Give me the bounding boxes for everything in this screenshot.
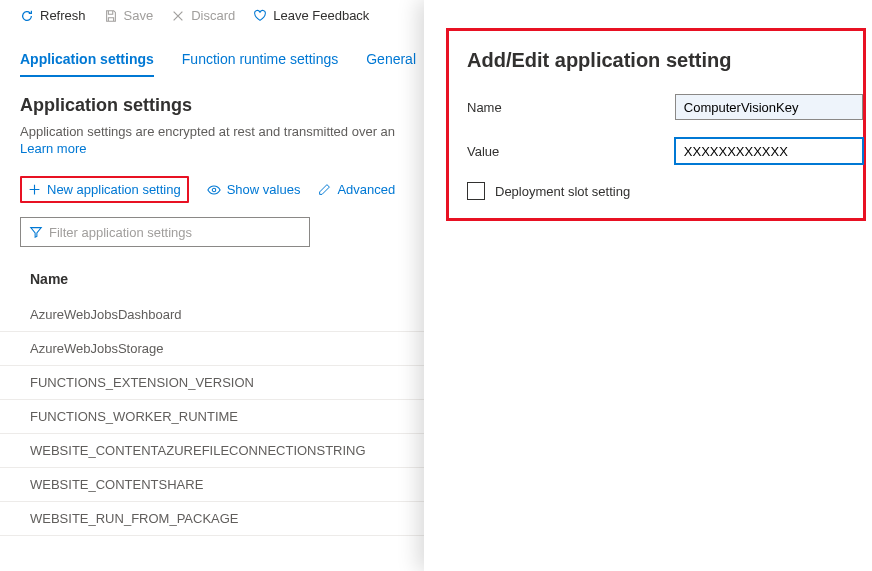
value-field-row: Value xyxy=(467,138,863,164)
tab-application-settings[interactable]: Application settings xyxy=(20,51,154,77)
refresh-icon xyxy=(20,9,34,23)
name-label: Name xyxy=(467,100,675,115)
show-values-label: Show values xyxy=(227,182,301,197)
deployment-slot-label: Deployment slot setting xyxy=(495,184,630,199)
plus-icon xyxy=(28,183,41,196)
panel-title: Add/Edit application setting xyxy=(467,49,863,72)
deployment-slot-row[interactable]: Deployment slot setting xyxy=(467,182,863,200)
refresh-button[interactable]: Refresh xyxy=(20,8,86,23)
new-application-setting-button[interactable]: New application setting xyxy=(28,182,181,197)
name-input[interactable] xyxy=(675,94,863,120)
advanced-edit-button[interactable]: Advanced xyxy=(318,182,395,197)
save-icon xyxy=(104,9,118,23)
eye-icon xyxy=(207,183,221,197)
show-values-button[interactable]: Show values xyxy=(207,182,301,197)
save-label: Save xyxy=(124,8,154,23)
feedback-label: Leave Feedback xyxy=(273,8,369,23)
value-label: Value xyxy=(467,144,675,159)
discard-icon xyxy=(171,9,185,23)
heart-icon xyxy=(253,9,267,23)
advanced-label: Advanced xyxy=(337,182,395,197)
add-edit-panel: Add/Edit application setting Name Value … xyxy=(424,0,872,571)
save-button[interactable]: Save xyxy=(104,8,154,23)
svg-point-0 xyxy=(212,188,216,192)
refresh-label: Refresh xyxy=(40,8,86,23)
highlight-panel: Add/Edit application setting Name Value … xyxy=(446,28,866,221)
deployment-slot-checkbox[interactable] xyxy=(467,182,485,200)
filter-input-wrapper[interactable] xyxy=(20,217,310,247)
discard-label: Discard xyxy=(191,8,235,23)
tab-function-runtime[interactable]: Function runtime settings xyxy=(182,51,338,77)
value-input[interactable] xyxy=(675,138,863,164)
filter-icon xyxy=(29,225,43,239)
tab-general[interactable]: General xyxy=(366,51,416,77)
feedback-button[interactable]: Leave Feedback xyxy=(253,8,369,23)
new-setting-label: New application setting xyxy=(47,182,181,197)
filter-input[interactable] xyxy=(49,225,301,240)
name-field-row: Name xyxy=(467,94,863,120)
highlight-new-setting: New application setting xyxy=(20,176,189,203)
pencil-icon xyxy=(318,183,331,196)
discard-button[interactable]: Discard xyxy=(171,8,235,23)
